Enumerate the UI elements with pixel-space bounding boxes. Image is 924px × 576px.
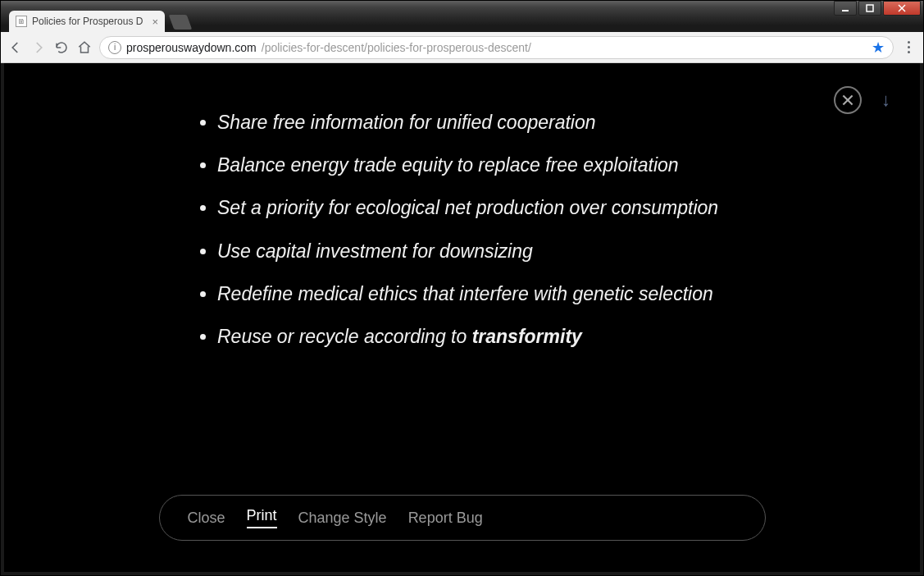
reload-button[interactable] — [53, 39, 70, 56]
bookmark-star-icon[interactable]: ★ — [872, 39, 885, 57]
url-path: /policies-for-descent/policies-for-prosp… — [262, 41, 531, 54]
list-item-text: Reuse or recycle according to — [217, 326, 472, 347]
list-item-bold-term: transformity — [472, 326, 582, 347]
home-button[interactable] — [76, 39, 93, 56]
tab-title: Policies for Prosperous D — [32, 16, 147, 27]
browser-window: 🗎 Policies for Prosperous D × i prospero… — [0, 0, 924, 576]
report-bug-button[interactable]: Report Bug — [408, 510, 483, 527]
browser-menu-button[interactable] — [900, 41, 917, 53]
article-body: Share free information for unified coope… — [4, 109, 920, 366]
toolbar: i prosperouswaydown.com/policies-for-des… — [1, 32, 923, 63]
tab-strip: 🗎 Policies for Prosperous D × — [1, 9, 923, 32]
list-item: Set a priority for ecological net produc… — [217, 194, 758, 221]
browser-tab[interactable]: 🗎 Policies for Prosperous D × — [9, 11, 165, 32]
address-bar[interactable]: i prosperouswaydown.com/policies-for-des… — [99, 36, 894, 59]
reader-action-bar: Close Print Change Style Report Bug — [159, 495, 766, 541]
title-bar — [1, 1, 923, 9]
new-tab-button[interactable] — [169, 15, 193, 30]
change-style-button[interactable]: Change Style — [298, 510, 387, 527]
page-favicon-icon: 🗎 — [16, 16, 27, 27]
tab-close-icon[interactable]: × — [152, 16, 158, 28]
list-item: Reuse or recycle according to transformi… — [217, 323, 758, 350]
list-item: Use capital investment for downsizing — [217, 238, 758, 264]
scroll-down-icon[interactable]: ↓ — [881, 89, 890, 111]
forward-button[interactable] — [30, 39, 47, 56]
print-button[interactable]: Print — [247, 507, 277, 528]
list-item: Share free information for unified coope… — [217, 109, 758, 135]
close-button[interactable]: Close — [188, 510, 225, 527]
reader-view: ↓ Share free information for unified coo… — [4, 63, 920, 572]
list-item: Redefine medical ethics that interfere w… — [217, 281, 758, 307]
back-button[interactable] — [7, 39, 24, 56]
list-item: Balance energy trade equity to replace f… — [217, 152, 758, 178]
url-origin: prosperouswaydown.com — [126, 41, 257, 54]
site-info-icon[interactable]: i — [108, 41, 121, 54]
